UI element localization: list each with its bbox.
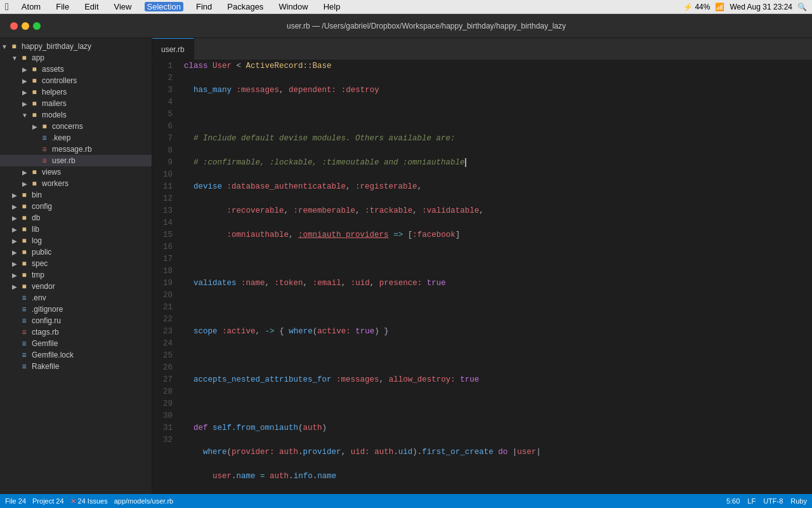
battery-icon: ⚡ 44%: [683, 3, 710, 11]
sidebar-item-log[interactable]: ▶ ■ log: [0, 235, 152, 246]
file-rb-icon: ≡: [19, 328, 29, 337]
sidebar-item-rakefile[interactable]: ▶ ≡ Rakefile: [0, 361, 152, 372]
code-area[interactable]: class User < ActiveRecord::Base has_many…: [178, 60, 812, 494]
file-label: .keep: [52, 133, 70, 142]
sidebar-root-folder[interactable]: ▼ ■ happy_birthday_lazy: [0, 41, 152, 52]
sidebar-item-assets[interactable]: ▶ ■ assets: [0, 64, 152, 75]
gutter-line-26: 26: [152, 362, 173, 374]
sidebar-item-mailers[interactable]: ▶ ■ mailers: [0, 98, 152, 109]
folder-icon: ■: [29, 88, 39, 97]
search-icon[interactable]: 🔍: [797, 3, 807, 11]
code-line-13: [184, 350, 812, 362]
tab-user-rb[interactable]: user.rb: [152, 38, 194, 60]
sidebar-item-controllers[interactable]: ▶ ■ controllers: [0, 75, 152, 86]
folder-icon: ■: [19, 236, 29, 245]
folder-icon: ■: [29, 76, 39, 85]
gutter-line-13: 13: [152, 205, 173, 217]
folder-icon: ■: [29, 179, 39, 188]
file-icon: ≡: [19, 316, 29, 325]
menu-packages[interactable]: Packages: [225, 2, 266, 11]
sidebar-item-app[interactable]: ▼ ■ app: [0, 52, 152, 64]
folder-icon: ■: [19, 53, 29, 62]
menu-selection[interactable]: Selection: [145, 2, 183, 11]
sidebar-item-config[interactable]: ▶ ■ config: [0, 201, 152, 212]
gutter-line-17: 17: [152, 253, 173, 265]
tab-bar: user.rb: [152, 38, 812, 60]
error-count[interactable]: ✕ 24 Issues: [70, 497, 108, 505]
sidebar-item-vendor[interactable]: ▶ ■ vendor: [0, 281, 152, 292]
sidebar-item-db[interactable]: ▶ ■ db: [0, 212, 152, 224]
file-label: .gitignore: [32, 305, 63, 314]
folder-label: controllers: [42, 76, 77, 85]
sidebar-item-gemfile[interactable]: ▶ ≡ Gemfile: [0, 338, 152, 349]
sidebar-item-config-ru[interactable]: ▶ ≡ config.ru: [0, 315, 152, 326]
menu-find[interactable]: Find: [193, 2, 214, 11]
project-count: Project 24: [32, 497, 64, 505]
close-button[interactable]: [10, 22, 18, 30]
sidebar-item-ctags-rb[interactable]: ▶ ≡ ctags.rb: [0, 326, 152, 338]
sidebar-item-user-rb[interactable]: ▶ ≡ user.rb: [0, 155, 152, 166]
gutter-line-6: 6: [152, 121, 173, 133]
sidebar-item-models[interactable]: ▼ ■ models: [0, 109, 152, 121]
folder-icon: ■: [19, 271, 29, 279]
code-line-2: has_many :messages, dependent: :destroy: [184, 84, 812, 97]
gutter-line-25: 25: [152, 350, 173, 362]
menu-help[interactable]: Help: [321, 2, 343, 11]
traffic-lights: [10, 22, 41, 30]
folder-label: tmp: [32, 271, 44, 279]
minimize-button[interactable]: [22, 22, 29, 30]
sidebar-item-concerns[interactable]: ▶ ■ concerns: [0, 121, 152, 132]
folder-icon: ■: [19, 213, 29, 222]
tab-label: user.rb: [161, 45, 185, 54]
sidebar-item-lib[interactable]: ▶ ■ lib: [0, 224, 152, 235]
menu-file[interactable]: File: [53, 2, 72, 11]
sidebar-item-public[interactable]: ▶ ■ public: [0, 246, 152, 258]
menu-edit[interactable]: Edit: [82, 2, 101, 11]
gutter-line-28: 28: [152, 386, 173, 398]
code-editor[interactable]: 1 2 3 4 5 6 7 8 9 10 11 12 13 14 15 16: [152, 60, 812, 494]
code-line-5: # :confirmable, :lockable, :timeoutable …: [184, 157, 812, 169]
folder-label: mailers: [42, 99, 67, 108]
sidebar-item-views[interactable]: ▶ ■ views: [0, 166, 152, 178]
sidebar-item-tmp[interactable]: ▶ ■ tmp: [0, 269, 152, 281]
code-line-7: :recoverable, :rememberable, :trackable,…: [184, 205, 812, 217]
status-bar: File 24 Project 24 ✕ 24 Issues app/model…: [0, 494, 812, 508]
gutter-line-4: 4: [152, 97, 173, 109]
file-label: Gemfile: [32, 339, 58, 348]
language[interactable]: Ruby: [790, 497, 807, 505]
apple-menu[interactable]: : [5, 1, 9, 13]
file-label: ctags.rb: [32, 328, 59, 337]
menu-window[interactable]: Window: [276, 2, 310, 11]
folder-label: app: [32, 53, 44, 62]
menu-bar:  Atom File Edit View Selection Find Pac…: [0, 0, 812, 14]
file-rb-icon: ≡: [39, 156, 49, 165]
folder-label: lib: [32, 225, 39, 234]
sidebar-item-gitignore[interactable]: ▶ ≡ .gitignore: [0, 304, 152, 315]
folder-label: bin: [32, 190, 42, 199]
menu-view[interactable]: View: [112, 2, 134, 11]
gutter-line-31: 31: [152, 422, 173, 434]
code-line-8: :omniauthable, :omniauth_providers => [:…: [184, 229, 812, 241]
gutter-line-32: 32: [152, 434, 173, 446]
menu-atom[interactable]: Atom: [19, 2, 43, 11]
gutter-line-20: 20: [152, 290, 173, 302]
sidebar-item-spec[interactable]: ▶ ■ spec: [0, 258, 152, 269]
sidebar-item-env[interactable]: ▶ ≡ .env: [0, 292, 152, 304]
sidebar-item-message-rb[interactable]: ▶ ≡ message.rb: [0, 144, 152, 155]
sidebar-item-keep[interactable]: ▶ ≡ .keep: [0, 132, 152, 144]
sidebar-item-bin[interactable]: ▶ ■ bin: [0, 189, 152, 201]
sidebar-item-workers[interactable]: ▶ ■ workers: [0, 178, 152, 189]
code-line-6: devise :database_authenticatable, :regis…: [184, 181, 812, 193]
maximize-button[interactable]: [33, 22, 41, 30]
root-label: happy_birthday_lazy: [22, 42, 91, 51]
code-line-12: scope :active, -> { where(active: true) …: [184, 326, 812, 338]
file-rb-icon: ≡: [39, 145, 49, 154]
file-label: user.rb: [52, 156, 75, 165]
sidebar-item-helpers[interactable]: ▶ ■ helpers: [0, 86, 152, 98]
sidebar-item-gemfile-lock[interactable]: ▶ ≡ Gemfile.lock: [0, 349, 152, 361]
code-line-14: accepts_nested_attributes_for :messages,…: [184, 374, 812, 386]
gutter-line-29: 29: [152, 398, 173, 410]
code-line-18: user.name = auth.info.name: [184, 471, 812, 483]
code-line-17: where(provider: auth.provider, uid: auth…: [184, 446, 812, 458]
gutter-line-12: 12: [152, 193, 173, 205]
